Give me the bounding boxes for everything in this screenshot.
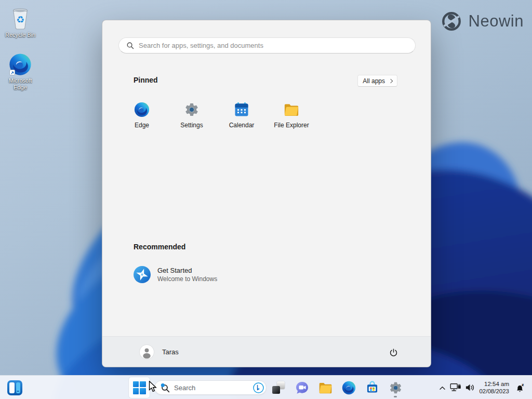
- folder-icon: [284, 102, 299, 117]
- taskbar-search-box[interactable]: Search: [154, 380, 267, 395]
- task-view-icon: [272, 381, 285, 394]
- svg-text:z: z: [522, 383, 524, 387]
- settings-gear-icon: [184, 102, 200, 117]
- chat-button[interactable]: [291, 377, 312, 398]
- start-menu: Pinned All apps Edge Settings: [102, 20, 431, 367]
- avatar: [140, 345, 154, 359]
- search-icon: [126, 42, 134, 49]
- start-search-box[interactable]: [118, 37, 416, 54]
- watermark-text: Neowin: [469, 12, 524, 31]
- neowin-logo-icon: [441, 10, 462, 32]
- neowin-watermark: Neowin: [441, 10, 524, 32]
- desktop-icon-microsoft-edge[interactable]: Microsoft Edge: [1, 53, 40, 91]
- start-button[interactable]: [129, 377, 150, 398]
- edge-button[interactable]: [338, 377, 359, 398]
- recommended-item-subtitle: Welcome to Windows: [157, 275, 217, 283]
- settings-gear-icon: [389, 381, 403, 395]
- widgets-icon: [7, 380, 22, 395]
- clock[interactable]: 12:54 am 02/08/2023: [476, 380, 512, 395]
- tray-date: 02/08/2023: [479, 388, 509, 395]
- power-button[interactable]: [385, 344, 402, 361]
- settings-button[interactable]: [385, 377, 406, 398]
- recommended-item-get-started[interactable]: Get Started Welcome to Windows: [127, 259, 273, 289]
- desktop-wallpaper: Neowin ♻ Recycle Bin: [0, 0, 532, 399]
- notification-center-button[interactable]: z: [512, 377, 528, 398]
- pinned-app-calendar[interactable]: Calendar: [217, 97, 267, 141]
- store-icon: [365, 381, 379, 395]
- calendar-icon: [234, 102, 249, 117]
- notification-bell-icon: z: [515, 383, 525, 393]
- pinned-app-edge[interactable]: Edge: [117, 97, 167, 141]
- edge-icon: [134, 102, 150, 117]
- tray-time: 12:54 am: [479, 380, 509, 388]
- chat-icon: [295, 381, 309, 395]
- all-apps-button[interactable]: All apps: [357, 75, 397, 87]
- volume-icon: [465, 383, 475, 392]
- taskbar-search-placeholder: Search: [174, 384, 249, 392]
- recommended-item-title: Get Started: [157, 267, 217, 274]
- task-view-button[interactable]: [268, 377, 289, 398]
- windows-start-icon: [133, 381, 146, 394]
- start-menu-footer: Taras: [102, 336, 431, 367]
- pinned-section-title: Pinned: [134, 76, 158, 84]
- widgets-button[interactable]: [4, 377, 25, 398]
- edge-icon: [342, 381, 356, 395]
- tray-overflow-button[interactable]: [435, 377, 449, 398]
- file-explorer-button[interactable]: [315, 377, 336, 398]
- network-volume-button[interactable]: [449, 377, 476, 398]
- running-indicator: [394, 396, 397, 397]
- get-started-compass-icon: [134, 266, 151, 283]
- user-profile-button[interactable]: Taras: [135, 342, 184, 362]
- file-explorer-icon: [318, 381, 332, 394]
- store-button[interactable]: [362, 377, 382, 398]
- pinned-apps-grid: Edge Settings: [117, 97, 316, 141]
- desktop-icon-label: Recycle Bin: [5, 32, 35, 38]
- bing-icon: [253, 382, 264, 393]
- pinned-app-settings[interactable]: Settings: [167, 97, 217, 141]
- search-icon: [160, 383, 170, 393]
- user-name: Taras: [162, 348, 179, 356]
- power-icon: [389, 348, 398, 357]
- start-search-input[interactable]: [139, 42, 415, 49]
- desktop-icon-label: Microsoft Edge: [9, 77, 32, 91]
- recommended-section-title: Recommended: [134, 243, 185, 251]
- chevron-right-icon: [389, 79, 393, 83]
- system-tray: 12:54 am 02/08/2023 z: [435, 376, 532, 399]
- chevron-up-icon: [439, 385, 446, 390]
- pinned-app-file-explorer[interactable]: File Explorer: [267, 97, 316, 141]
- taskbar: Search: [0, 375, 532, 399]
- svg-text:♻: ♻: [16, 15, 24, 25]
- network-ethernet-icon: [450, 383, 461, 392]
- desktop-icon-recycle-bin[interactable]: ♻ Recycle Bin: [1, 6, 40, 38]
- shortcut-arrow-icon: [9, 70, 15, 75]
- recycle-bin-icon: ♻: [9, 6, 31, 30]
